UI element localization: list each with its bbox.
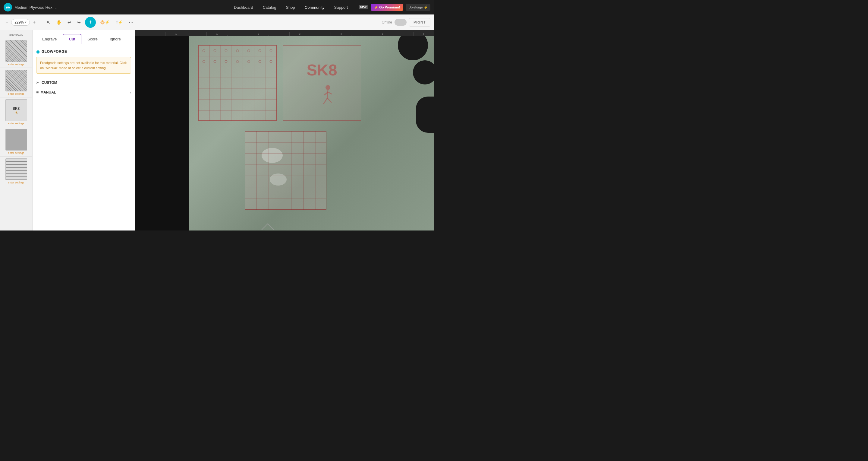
print-button[interactable]: PRINT [409, 18, 430, 27]
sk8-area: SK8 [283, 45, 361, 121]
ruler-mark-5a [351, 35, 372, 36]
sidebar-item-5[interactable]: enter settings [0, 156, 32, 186]
svg-point-14 [214, 50, 216, 52]
zoom-out-button[interactable]: − [4, 19, 10, 26]
sidebar-label-4[interactable]: enter settings [8, 151, 24, 154]
svg-point-24 [247, 60, 250, 63]
toolbar-right: Offline PRINT [382, 18, 430, 27]
add-button[interactable]: + [85, 17, 96, 28]
sidebar-item-3[interactable]: SK8 🤸 enter settings [0, 97, 32, 127]
magic1-button[interactable]: 🔆⚡ [98, 18, 112, 26]
ruler-top: -1 1 2 3 4 5 6 [135, 30, 434, 36]
camera-view: SK8 [189, 36, 434, 231]
tab-score[interactable]: Score [82, 34, 104, 45]
svg-rect-0 [198, 45, 277, 121]
svg-point-15 [225, 50, 227, 52]
custom-icon: ✂ [36, 80, 40, 85]
logo-icon[interactable]: ◎ [4, 3, 12, 11]
canvas-area: -1 1 2 3 4 5 6 [135, 30, 434, 231]
nav-shop[interactable]: Shop [286, 5, 295, 10]
tab-ignore[interactable]: Ignore [104, 34, 127, 45]
sidebar-thumb-5 [5, 159, 27, 180]
sidebar-label-2[interactable]: enter settings [8, 92, 24, 95]
left-sidebar: UNKNOWN enter settings enter settings SK… [0, 30, 33, 231]
svg-point-19 [270, 50, 272, 52]
sidebar-label-3[interactable]: enter settings [8, 122, 24, 125]
chevron-bottom [258, 222, 277, 231]
svg-line-30 [327, 90, 328, 98]
premium-button[interactable]: ⚡ Go Premium! [371, 4, 403, 11]
ruler-marks: -1 1 2 3 4 5 6 [135, 30, 434, 36]
thumb-pattern-2 [6, 70, 27, 91]
puzzle-svg-1 [198, 45, 277, 121]
toggle-switch[interactable] [395, 19, 407, 26]
svg-point-36 [261, 148, 283, 163]
sidebar-item-1[interactable]: enter settings [0, 38, 32, 68]
hand-icon: ✋ [56, 20, 61, 25]
zoom-controls: − 229% ▾ + [4, 19, 37, 26]
puzzle-svg-3 [245, 131, 327, 210]
proofgrade-warning: Proofgrade settings are not available fo… [36, 57, 131, 74]
undo-button[interactable]: ↩ [66, 18, 73, 27]
tab-engrave[interactable]: Engrave [36, 34, 63, 45]
add-icon: + [89, 19, 93, 26]
manual-label: MANUAL [40, 90, 56, 94]
sidebar-thumb-2 [5, 70, 27, 91]
ruler-mark-1: 1 [207, 32, 227, 36]
svg-point-13 [203, 50, 205, 52]
svg-point-17 [247, 50, 250, 52]
sidebar-label-5[interactable]: enter settings [8, 181, 24, 184]
sidebar-thumb-3: SK8 🤸 [5, 99, 27, 121]
redo-icon: ↪ [77, 20, 81, 25]
zoom-display[interactable]: 229% ▾ [11, 19, 30, 26]
svg-point-21 [214, 60, 216, 63]
nav-community[interactable]: Community [305, 5, 324, 10]
zoom-in-button[interactable]: + [31, 19, 37, 26]
hand-tool-button[interactable]: ✋ [55, 18, 63, 27]
thumb-sk8: SK8 🤸 [6, 99, 27, 121]
project-title: Medium Plywood Hex ... [14, 5, 57, 10]
redo-button[interactable]: ↪ [75, 18, 83, 27]
svg-point-16 [236, 50, 239, 52]
user-button[interactable]: Doleforge ⚡ [406, 4, 430, 11]
sidebar-label-1[interactable]: enter settings [8, 63, 24, 66]
sk8-svg: SK8 [283, 45, 361, 121]
sidebar-item-2[interactable]: enter settings [0, 68, 32, 97]
svg-point-23 [236, 60, 239, 63]
svg-rect-27 [283, 45, 361, 121]
manual-icon: ≡ [36, 90, 38, 95]
sk8-figure: 🤸 [14, 111, 18, 114]
chevron-right-icon: › [130, 90, 131, 95]
manual-row[interactable]: ≡ MANUAL › [36, 87, 131, 97]
thumb-pattern2 [6, 159, 27, 180]
puzzle-grid-3 [245, 131, 327, 210]
settings-panel: Engrave Cut Score Ignore ◉ GLOWFORGE Pro… [33, 30, 135, 231]
dark-partial [416, 96, 434, 133]
glowforge-title: GLOWFORGE [41, 50, 67, 54]
toolbar: − 229% ▾ + ↖ ✋ ↩ ↪ + 🔆⚡ T⚡ ⋯ Offline PRI… [0, 15, 434, 30]
dark-circle-2 [413, 60, 434, 84]
offline-status: Offline [382, 20, 392, 24]
tab-cut[interactable]: Cut [63, 34, 82, 45]
custom-row[interactable]: ✂ CUSTOM [36, 78, 131, 87]
ruler-mark-3: 3 [289, 32, 310, 36]
svg-point-37 [270, 173, 287, 185]
dark-left-panel [135, 36, 189, 231]
thumb-pattern-1 [6, 40, 27, 62]
nav-support[interactable]: Support [334, 5, 348, 10]
nav-dashboard[interactable]: Dashboard [234, 5, 253, 10]
toolbar-separator [41, 19, 41, 26]
main-layout: UNKNOWN enter settings enter settings SK… [0, 30, 434, 231]
sidebar-thumb-1 [5, 40, 27, 62]
glowforge-section-header: ◉ GLOWFORGE [36, 49, 131, 54]
svg-point-29 [326, 85, 330, 90]
cursor-tool-button[interactable]: ↖ [45, 18, 52, 27]
more-button[interactable]: ⋯ [127, 18, 135, 27]
sidebar-item-4[interactable]: enter settings [0, 127, 32, 156]
nav-catalog[interactable]: Catalog [263, 5, 276, 10]
magic2-button[interactable]: T⚡ [114, 19, 124, 26]
sidebar-thumb-4 [5, 129, 27, 150]
nav-right: NEW ⚡ Go Premium! Doleforge ⚡ [359, 4, 430, 11]
svg-point-25 [258, 60, 261, 63]
ruler-mark-neg1: -1 [165, 32, 186, 36]
